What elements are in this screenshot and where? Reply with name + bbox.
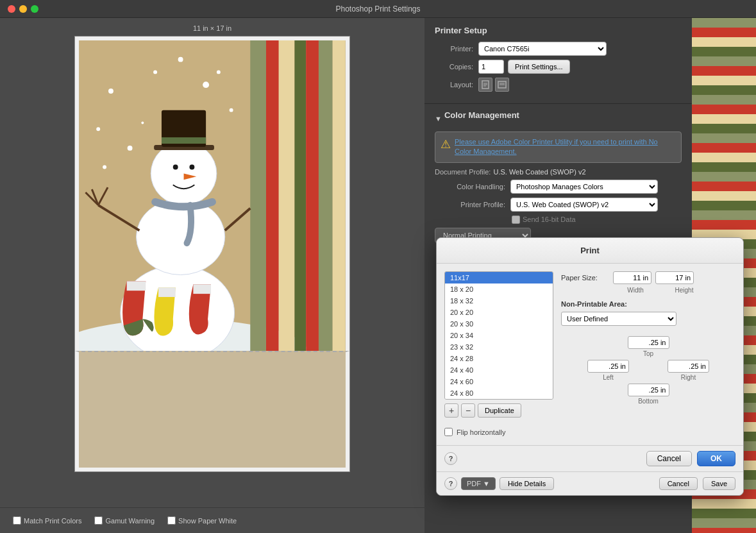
list-item[interactable]: 11x17 — [445, 272, 553, 283]
list-item[interactable]: 18 x 20 — [445, 283, 553, 295]
right-margin-input[interactable] — [668, 360, 709, 373]
svg-point-31 — [217, 70, 221, 74]
list-item[interactable]: 24 x 40 — [445, 364, 553, 376]
minimize-button[interactable] — [19, 5, 27, 13]
print-dialog[interactable]: Print 11x1718 x 2018 x 3220 x 2020 x 302… — [436, 237, 744, 496]
match-print-colors-label[interactable]: Match Print Colors — [13, 516, 81, 525]
left-panel: 11 in × 17 in — [0, 18, 424, 533]
send-16bit-checkbox[interactable] — [512, 216, 520, 224]
copies-input[interactable] — [478, 60, 504, 74]
svg-point-23 — [108, 89, 113, 94]
bottom-label: Bottom — [638, 398, 659, 405]
save-button[interactable]: Save — [703, 477, 735, 490]
printer-select[interactable]: Canon C7565i — [478, 42, 607, 56]
preview-image-bottom — [75, 351, 349, 471]
right-label: Right — [681, 374, 696, 381]
paper-width-input[interactable] — [613, 271, 651, 284]
landscape-layout-icon[interactable] — [495, 78, 509, 92]
print-dialog-title: Print — [437, 238, 743, 264]
printer-label: Printer: — [435, 45, 473, 53]
svg-rect-14 — [162, 137, 206, 144]
help-button[interactable]: ? — [444, 452, 457, 465]
layout-row: Layout: — [435, 78, 682, 92]
color-management-header: ▼ Color Management — [435, 110, 682, 126]
doc-profile-label: Document Profile: — [435, 168, 491, 176]
printer-profile-select[interactable]: U.S. Web Coated (SWOP) v2 — [510, 198, 658, 212]
paper-height-input[interactable] — [655, 271, 694, 284]
gamut-warning-label[interactable]: Gamut Warning — [94, 516, 155, 525]
list-item[interactable]: 20 x 20 — [445, 307, 553, 318]
doc-profile-value: U.S. Web Coated (SWOP) v2 — [493, 168, 585, 176]
close-button[interactable] — [8, 5, 15, 13]
cancel-button[interactable]: Cancel — [646, 451, 692, 466]
color-handling-label: Color Handling: — [435, 183, 505, 190]
title-bar: Photoshop Print Settings — [0, 0, 756, 18]
ok-button[interactable]: OK — [697, 451, 735, 466]
svg-rect-8 — [333, 40, 346, 351]
print-dialog-body: 11x1718 x 2018 x 3220 x 2020 x 3020 x 34… — [437, 264, 743, 425]
list-item[interactable]: 24 x 28 — [445, 353, 553, 364]
flip-horizontally-row: Flip horizontally — [444, 428, 735, 436]
list-item[interactable]: 18 x 32 — [445, 295, 553, 307]
svg-point-30 — [141, 121, 144, 124]
portrait-layout-icon[interactable] — [478, 78, 492, 92]
window-controls[interactable] — [8, 5, 38, 13]
color-management-title: Color Management — [444, 110, 519, 120]
preview-image-top — [75, 37, 349, 351]
gamut-warning-checkbox[interactable] — [94, 516, 103, 525]
printer-row: Printer: Canon C7565i — [435, 42, 682, 56]
warning-icon: ⚠ — [441, 137, 451, 151]
non-printable-select[interactable]: User Defined — [561, 312, 676, 326]
outer-help-button[interactable]: ? — [444, 477, 457, 490]
pdf-button[interactable]: PDF ▼ — [461, 477, 496, 490]
section-toggle-icon[interactable]: ▼ — [435, 115, 442, 123]
svg-point-27 — [128, 146, 133, 151]
show-paper-white-checkbox[interactable] — [167, 516, 176, 525]
svg-rect-7 — [319, 40, 333, 351]
hide-details-button[interactable]: Hide Details — [500, 477, 554, 490]
svg-rect-5 — [294, 40, 306, 351]
match-print-colors-checkbox[interactable] — [13, 516, 21, 525]
window-title: Photoshop Print Settings — [335, 4, 420, 13]
send-16bit-row: Send 16-bit Data — [512, 216, 682, 224]
remove-paper-size-button[interactable]: − — [461, 403, 475, 418]
add-paper-size-button[interactable]: + — [444, 403, 458, 418]
svg-rect-4 — [279, 40, 295, 351]
page-size-label: 11 in × 17 in — [193, 24, 231, 32]
dialog-action-buttons: Cancel OK — [646, 451, 735, 466]
printer-profile-label: Printer Profile: — [435, 201, 505, 208]
svg-rect-6 — [306, 40, 319, 351]
flip-horizontally-checkbox[interactable] — [444, 428, 453, 436]
list-item[interactable]: 24 x 60 — [445, 376, 553, 387]
color-handling-select[interactable]: Photoshop Manages Colors — [510, 180, 658, 194]
top-label: Top — [643, 350, 653, 357]
svg-point-25 — [203, 81, 209, 88]
svg-point-26 — [96, 127, 100, 131]
list-item[interactable]: 23 x 32 — [445, 341, 553, 353]
svg-point-32 — [103, 165, 106, 169]
list-item[interactable]: Untitled — [445, 399, 553, 400]
svg-point-29 — [178, 57, 183, 62]
outer-cancel-button[interactable]: Cancel — [659, 477, 698, 490]
list-item[interactable]: 24 x 80 — [445, 387, 553, 399]
non-printable-label: Non-Printable Area: — [561, 300, 735, 308]
color-handling-row: Color Handling: Photoshop Manages Colors — [435, 180, 682, 194]
flip-horizontally-label: Flip horizontally — [457, 428, 505, 436]
left-margin-input[interactable] — [587, 360, 629, 373]
list-actions: + − Duplicate — [444, 403, 553, 418]
svg-point-28 — [230, 108, 233, 112]
print-settings-button[interactable]: Print Settings... — [508, 60, 570, 74]
warning-box: ⚠ Please use Adobe Color Printer Utility… — [435, 131, 682, 163]
list-item[interactable]: 20 x 30 — [445, 318, 553, 330]
bottom-margin-input[interactable] — [628, 384, 669, 396]
list-item[interactable]: 20 x 34 — [445, 330, 553, 341]
svg-point-24 — [153, 70, 157, 74]
show-paper-white-label[interactable]: Show Paper White — [167, 516, 237, 525]
top-margin-input[interactable] — [628, 336, 669, 349]
warning-text[interactable]: Please use Adobe Color Printer Utility i… — [455, 137, 676, 157]
maximize-button[interactable] — [31, 5, 38, 13]
paper-size-list[interactable]: 11x1718 x 2018 x 3220 x 2020 x 3020 x 34… — [444, 271, 553, 400]
paper-size-label: Paper Size: — [561, 274, 609, 282]
duplicate-button[interactable]: Duplicate — [478, 403, 521, 418]
preview-area — [74, 36, 350, 472]
